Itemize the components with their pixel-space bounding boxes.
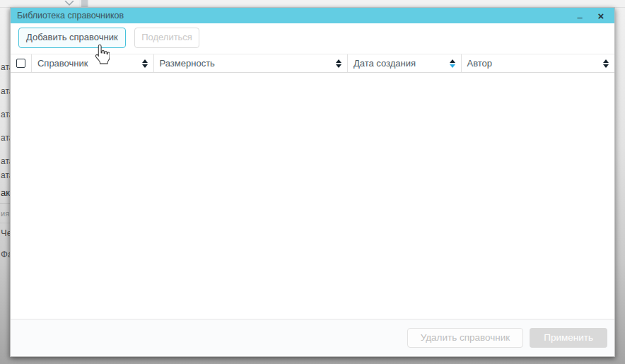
dialog-title: Библиотека справочников: [17, 11, 124, 20]
divider: [0, 223, 10, 223]
column-label: Справочник: [37, 58, 142, 69]
select-all-cell: [11, 54, 32, 72]
column-label: Размерность: [160, 58, 336, 69]
share-button[interactable]: Поделиться: [134, 28, 199, 48]
toolbar: Добавить справочник Поделиться: [11, 23, 614, 54]
divider: [0, 203, 10, 204]
clipped-text-fragment: ия: [1, 209, 9, 218]
chevron-down-icon: [64, 1, 75, 6]
sort-icon: [142, 59, 148, 68]
minimize-icon[interactable]: –: [573, 9, 586, 25]
column-header-author[interactable]: Автор: [462, 54, 614, 72]
column-label: Автор: [467, 58, 603, 69]
dialog-library-of-references: Библиотека справочников – × Добавить спр…: [10, 7, 615, 357]
add-reference-button[interactable]: Добавить справочник: [18, 28, 126, 48]
footer: Удалить справочник Применить: [11, 319, 614, 356]
close-icon[interactable]: ×: [595, 8, 607, 23]
table-header-row: Справочник Размерность Дата создания Авт…: [11, 54, 614, 73]
table-body: [11, 73, 614, 320]
column-header-reference[interactable]: Справочник: [32, 54, 154, 72]
column-header-dimension[interactable]: Размерность: [154, 54, 348, 72]
apply-button[interactable]: Применить: [530, 328, 607, 348]
sort-icon: [336, 59, 341, 68]
sort-icon: [603, 59, 609, 68]
delete-reference-button[interactable]: Удалить справочник: [407, 328, 524, 348]
select-all-checkbox[interactable]: [16, 59, 25, 68]
sort-icon: [450, 59, 455, 68]
titlebar[interactable]: Библиотека справочников – ×: [11, 8, 614, 23]
column-label: Дата создания: [354, 58, 450, 69]
column-header-creation-date[interactable]: Дата создания: [348, 54, 462, 72]
clipped-text-fragment: ак: [1, 188, 10, 197]
scrollbar-thumb: [81, 0, 88, 7]
screen: ата ата ата ата ата ата ак ия Че Фа Библ…: [0, 0, 625, 364]
